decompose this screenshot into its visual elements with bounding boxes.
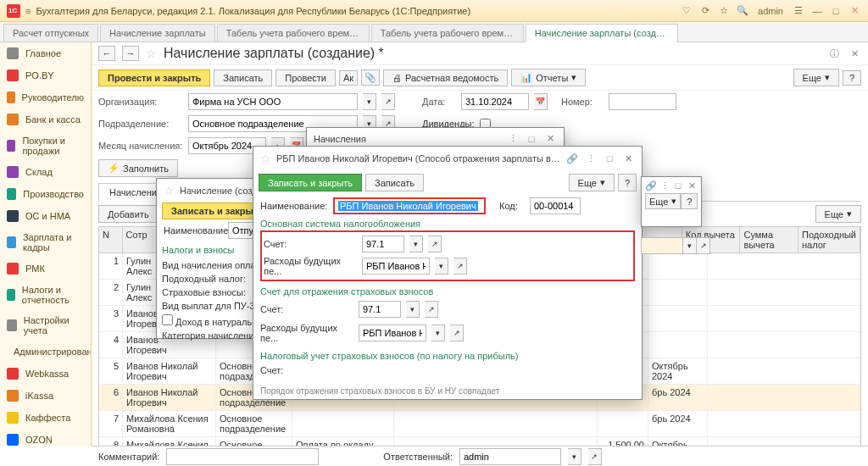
sidebar-item[interactable]: Покупки и продажи <box>0 130 91 161</box>
lbl-resp: Ответственный: <box>383 452 453 462</box>
m3-lbl-rbp: Расходы будущих пе... <box>264 256 357 276</box>
tab-4[interactable]: Начисление зарплаты (создание) * × <box>526 24 678 42</box>
menu-icon[interactable]: ≡ <box>25 6 31 16</box>
m3-menu[interactable]: ⋮ <box>584 153 598 164</box>
sidebar-item[interactable]: Настройки учета <box>0 310 91 341</box>
comment-input[interactable] <box>166 448 319 465</box>
sidebar-item[interactable]: Производство <box>0 183 91 205</box>
settings-icon[interactable]: ☰ <box>792 4 805 18</box>
m3-rbp-input[interactable] <box>362 258 430 275</box>
number-input[interactable] <box>609 93 676 110</box>
footer: Комментарий: Ответственный: ▾↗ <box>92 446 868 466</box>
sidebar-item[interactable]: Склад <box>0 161 91 183</box>
m3-lbl-acct3: Счет: <box>260 365 353 375</box>
sidebar-item[interactable]: Руководителю <box>0 86 91 108</box>
m3-lbl-acct2: Счет: <box>260 304 353 314</box>
m2-lbl-name: Наименование: <box>164 225 223 236</box>
sidebar-item[interactable]: Администрирование <box>0 341 91 363</box>
side-panel: 🔗⋮□✕ Еще ▾? <box>641 176 702 227</box>
date-input[interactable] <box>461 93 529 110</box>
sheet-button[interactable]: 🖨 Расчетная ведомость <box>383 69 508 86</box>
sidebar-item[interactable]: ОС и НМА <box>0 205 91 227</box>
history-icon[interactable]: ⟳ <box>698 4 712 18</box>
yellow-input: ▾↗ <box>641 237 710 254</box>
dk-button[interactable]: Aк <box>339 70 358 86</box>
m3-sec1: Основная система налогообложения <box>253 217 642 230</box>
sidebar-item[interactable]: Главное <box>0 42 91 64</box>
m3-code-input[interactable] <box>530 197 581 214</box>
sidebar-item[interactable]: Банк и касса <box>0 108 91 130</box>
tab-3[interactable]: Табель учета рабочего времени 0000-0057 … <box>371 24 524 42</box>
org-input[interactable] <box>188 93 358 110</box>
tab-0[interactable]: Расчет отпускных <box>3 24 98 42</box>
m3-lbl-code: Код: <box>499 201 525 211</box>
sidebar-item[interactable]: Налоги и отчетность <box>0 280 91 310</box>
m3-lbl-rbp2: Расходы будущих пе... <box>260 323 353 343</box>
minimize-icon[interactable]: — <box>810 4 824 18</box>
bell-icon[interactable]: ♡ <box>680 4 693 18</box>
run-button[interactable]: Провести <box>275 69 336 86</box>
nav-fwd[interactable]: → <box>122 46 139 61</box>
date-cal[interactable]: 📅 <box>534 93 548 110</box>
attach-button[interactable]: 📎 <box>361 69 380 86</box>
m3-help[interactable]: ? <box>618 174 637 191</box>
m1-menu[interactable]: ⋮ <box>506 133 520 144</box>
tab-1[interactable]: Начисление зарплаты <box>100 24 215 42</box>
tab-2[interactable]: Табель учета рабочего времени × <box>217 24 370 42</box>
sidebar-item[interactable]: PO.BY <box>0 64 91 86</box>
m3-acct2-input[interactable] <box>359 301 401 318</box>
panel-info[interactable]: ⓘ <box>827 47 841 60</box>
app-title: Бухгалтерия для Беларуси, редакция 2.1. … <box>36 6 675 16</box>
m3-link[interactable]: 🔗 <box>565 153 579 164</box>
more-button[interactable]: Еще ▾ <box>793 69 839 86</box>
titlebar: ≡ Бухгалтерия для Беларуси, редакция 2.1… <box>0 0 868 22</box>
org-dd[interactable]: ▾ <box>363 93 376 110</box>
m3-max[interactable]: □ <box>603 153 616 164</box>
m3-rbp2-input[interactable] <box>359 325 426 341</box>
sidebar-item[interactable]: Webkassa <box>0 363 91 385</box>
sidebar-item[interactable]: iKassa <box>0 385 91 407</box>
side-more[interactable]: Еще ▾ <box>645 193 681 209</box>
th-dedsum: Сумма вычета <box>740 227 798 252</box>
page-title: Начисление зарплаты (создание) * <box>164 46 384 61</box>
fill-button[interactable]: ⚡ Заполнить <box>98 159 178 177</box>
sidebar-item[interactable]: Зарплата и кадры <box>0 227 91 258</box>
table-more-button[interactable]: Еще ▾ <box>815 205 861 223</box>
m3-close[interactable]: ✕ <box>621 153 635 164</box>
m3-acct-input[interactable] <box>362 236 404 252</box>
lbl-dept: Подразделение: <box>98 119 183 129</box>
m3-more[interactable]: Еще ▾ <box>569 174 615 191</box>
fav-star[interactable]: ☆ <box>146 47 157 60</box>
m2-natural-check[interactable] <box>162 314 173 325</box>
nav-back[interactable]: ← <box>98 46 115 61</box>
m3-save-close[interactable]: Записать и закрыть <box>259 174 362 191</box>
lbl-date: Дата: <box>422 97 456 107</box>
modal1-title: Начисления <box>314 134 501 144</box>
close-icon[interactable]: ✕ <box>848 4 861 18</box>
write-button[interactable]: Записать <box>214 69 272 86</box>
content: ← → ☆ Начисление зарплаты (создание) * ⓘ… <box>92 42 868 446</box>
sidebar-item[interactable]: Каффеста <box>0 407 91 429</box>
m3-note: Порядок отражения страховых взносов в БУ… <box>253 378 642 404</box>
table-row[interactable]: 7Михайлова Ксения РомановнаОсновное подр… <box>99 411 860 437</box>
m1-close[interactable]: ✕ <box>543 133 557 144</box>
resp-input[interactable] <box>459 448 561 465</box>
lbl-number: Номер: <box>561 97 604 107</box>
org-open[interactable]: ↗ <box>381 93 395 110</box>
m3-write[interactable]: Записать <box>365 174 424 191</box>
user-label[interactable]: admin <box>758 6 783 16</box>
star-icon[interactable]: ☆ <box>717 4 731 18</box>
help-button[interactable]: ? <box>843 70 861 86</box>
maximize-icon[interactable]: □ <box>829 4 843 18</box>
sidebar-item[interactable]: OZON <box>0 429 91 446</box>
m3-name-input[interactable]: РБП Иванов Николай Игоревич <box>333 197 486 214</box>
search-icon[interactable]: 🔍 <box>736 4 749 18</box>
add-button[interactable]: Добавить <box>98 205 159 223</box>
sidebar-item[interactable]: РМК <box>0 258 91 280</box>
table-row[interactable]: 8Михайлова Ксения РомановнаОсновное подр… <box>99 437 860 446</box>
panel-close[interactable]: ✕ <box>848 48 861 59</box>
m1-max[interactable]: □ <box>525 134 538 144</box>
run-close-button[interactable]: Провести и закрыть <box>98 69 210 86</box>
reports-button[interactable]: 📊 Отчеты ▾ <box>511 69 586 86</box>
lbl-org: Организация: <box>98 97 183 107</box>
